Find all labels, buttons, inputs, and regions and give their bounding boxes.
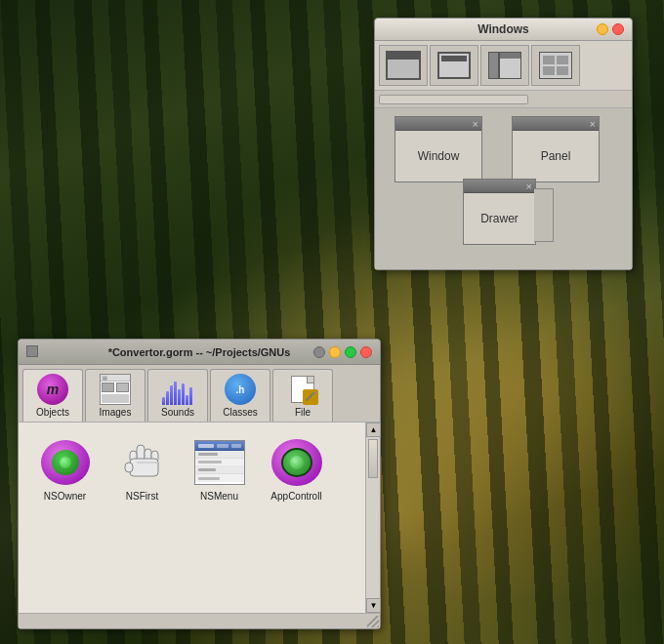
file-icon-wrapper xyxy=(287,374,318,405)
scroll-down-button[interactable]: ▼ xyxy=(366,598,381,613)
nsowner-icon-wrapper xyxy=(38,438,93,487)
window-label: Window xyxy=(418,149,460,163)
window-split-button[interactable] xyxy=(480,45,529,86)
file-tab-icon xyxy=(287,374,318,405)
tab-images[interactable]: ▤ Images xyxy=(85,369,145,422)
resize-grip[interactable] xyxy=(365,614,380,628)
tab-objects[interactable]: Objects xyxy=(22,369,83,422)
convertor-titlebar: *Convertor.gorm -- ~/Projects/GNUs xyxy=(19,340,380,365)
waveform-icon xyxy=(162,378,193,405)
sounds-tab-icon xyxy=(162,374,193,405)
classes-tab-label: Classes xyxy=(223,407,258,418)
nsfirst-icon-wrapper xyxy=(115,438,170,487)
appcontroller-icon xyxy=(271,439,322,486)
panel-preview[interactable]: × Panel xyxy=(512,116,600,182)
file-tab-label: File xyxy=(295,407,311,418)
svg-rect-6 xyxy=(125,463,133,472)
objects-tab-label: Objects xyxy=(36,407,69,418)
nsmenu-icon-wrapper xyxy=(192,438,247,487)
wrench-overlay xyxy=(303,389,318,405)
scroll-track[interactable] xyxy=(366,437,380,598)
nsowner-icon xyxy=(40,439,91,486)
nsfirst-icon xyxy=(119,439,166,486)
convertor-status-bar xyxy=(19,613,380,628)
convertor-tab-bar: Objects ▤ Images xyxy=(19,365,380,423)
windows-panel-titlebar: Windows xyxy=(375,19,632,41)
objects-tab-icon xyxy=(37,374,68,405)
nsmenu-item[interactable]: NSMenu xyxy=(183,432,256,507)
nsfirst-label: NSFirst xyxy=(126,491,158,502)
images-tab-label: Images xyxy=(100,407,132,418)
convertor-title-left xyxy=(26,343,38,361)
windows-scroll-area xyxy=(375,91,632,108)
convertor-window-controls xyxy=(313,346,372,358)
window-split-icon xyxy=(488,52,521,79)
zoom-button-convertor[interactable] xyxy=(345,346,356,358)
sounds-tab-label: Sounds xyxy=(161,407,194,418)
windows-panel: Windows xyxy=(374,18,633,270)
window-bordered-button[interactable] xyxy=(430,45,478,86)
window-bordered-icon xyxy=(437,52,471,79)
minimize-button[interactable] xyxy=(597,23,608,35)
classes-icon xyxy=(225,374,256,405)
classes-tab-icon xyxy=(225,374,256,405)
convertor-scrollbar: ▲ ▼ xyxy=(365,423,380,613)
scroll-up-button[interactable]: ▲ xyxy=(366,423,381,437)
close-button-convertor[interactable] xyxy=(360,346,372,358)
resize-grip-icon xyxy=(367,616,379,627)
convertor-content-area: NSOwner xyxy=(19,423,380,613)
window-grid-button[interactable] xyxy=(531,45,580,86)
appcontroller-item[interactable]: AppControll xyxy=(260,432,333,507)
document-icon xyxy=(26,345,38,357)
tab-classes[interactable]: Classes xyxy=(210,369,270,422)
windows-panel-controls xyxy=(597,23,624,35)
appcontroller-icon-wrapper xyxy=(270,438,324,487)
tab-file[interactable]: File xyxy=(272,369,333,422)
appcontroller-label: AppControll xyxy=(270,491,321,502)
windows-content: × Window × Panel × Drawer xyxy=(375,108,632,269)
close-button[interactable] xyxy=(612,23,624,35)
objects-grid: NSOwner xyxy=(19,423,365,613)
nsowner-item[interactable]: NSOwner xyxy=(28,432,102,507)
tab-sounds[interactable]: Sounds xyxy=(147,369,208,422)
drawer-label: Drawer xyxy=(480,212,519,225)
windows-panel-title: Windows xyxy=(477,22,529,36)
nsowner-label: NSOwner xyxy=(44,491,86,502)
convertor-panel: *Convertor.gorm -- ~/Projects/GNUs Objec… xyxy=(18,339,381,629)
window-preview[interactable]: × Window xyxy=(394,116,482,182)
window-full-icon xyxy=(386,51,421,80)
gray-button xyxy=(313,346,325,358)
drawer-preview[interactable]: × Drawer xyxy=(463,179,551,245)
window-grid-icon xyxy=(539,52,572,79)
svg-rect-5 xyxy=(130,459,158,476)
minimize-button-convertor[interactable] xyxy=(329,346,341,358)
windows-scrollbar-thumb[interactable] xyxy=(379,95,528,104)
nsmenu-label: NSMenu xyxy=(200,491,238,502)
images-tab-icon: ▤ xyxy=(100,374,131,405)
nsmenu-icon xyxy=(194,440,245,485)
window-full-button[interactable] xyxy=(379,45,428,86)
nsfirst-item[interactable]: NSFirst xyxy=(105,432,179,507)
panel-label: Panel xyxy=(541,149,571,163)
windows-toolbar xyxy=(375,41,632,91)
objects-icon xyxy=(37,374,68,405)
scroll-thumb[interactable] xyxy=(368,439,378,478)
images-icon: ▤ xyxy=(100,374,131,405)
